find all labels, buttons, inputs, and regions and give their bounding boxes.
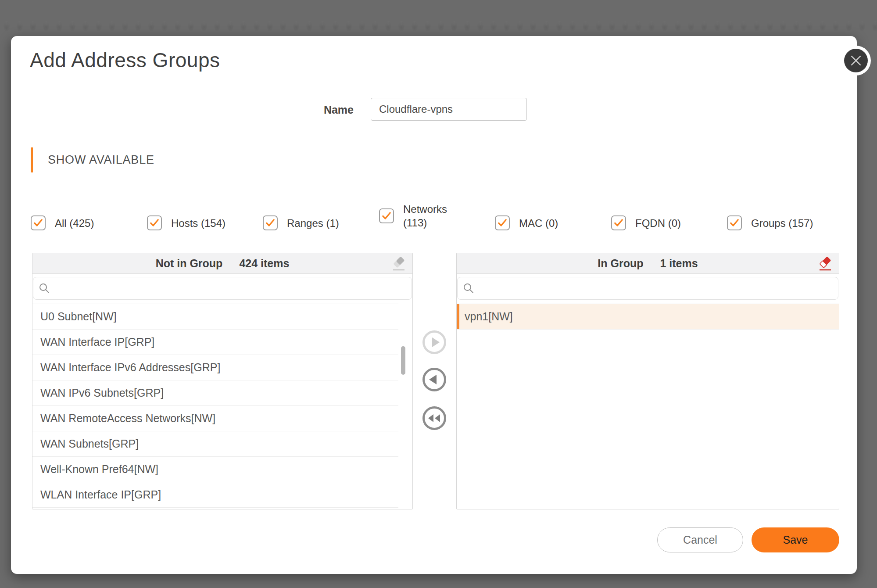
list-item[interactable]: WAN Interface IP[GRP] <box>32 330 398 355</box>
panel-count: 424 items <box>239 257 289 270</box>
checkbox-checked-icon[interactable] <box>379 208 394 223</box>
list-item-label: WAN IPv6 Subnets[GRP] <box>40 387 164 399</box>
filter-label: Hosts (154) <box>171 216 226 230</box>
filter-label: Networks (113) <box>403 202 447 229</box>
check-mark-icon <box>729 217 740 229</box>
arrow-right-circle-icon <box>422 330 447 355</box>
panel-count: 1 items <box>660 257 698 270</box>
save-button[interactable]: Save <box>752 527 839 552</box>
filter-checkbox-item[interactable]: Networks (113) <box>379 201 447 231</box>
page-title: Add Address Groups <box>30 47 220 74</box>
list-item-label: U0 Subnet[NW] <box>40 310 117 323</box>
check-mark-icon <box>265 217 276 229</box>
list-item-label: WAN RemoteAccess Networks[NW] <box>40 412 215 425</box>
list-item-label: Well-Known Pref64[NW] <box>40 463 158 476</box>
move-left-button[interactable] <box>422 367 447 392</box>
in-group-header: In Group 1 items <box>457 253 839 274</box>
close-button[interactable] <box>844 49 868 72</box>
name-input[interactable] <box>371 98 527 121</box>
filter-checkbox-item[interactable]: Groups (157) <box>727 208 813 238</box>
check-mark-icon <box>497 217 508 229</box>
checkbox-checked-icon[interactable] <box>495 215 510 230</box>
list-item[interactable]: WAN IPv6 Subnets[GRP] <box>32 380 398 406</box>
section-label: SHOW AVAILABLE <box>48 153 154 167</box>
filter-checkbox-item[interactable]: MAC (0) <box>495 208 558 238</box>
add-address-groups-dialog: Add Address Groups Name SHOW AVAILABLE <box>11 36 857 574</box>
list-item[interactable]: U0 Subnet[NW] <box>32 304 398 330</box>
list-item[interactable]: WLAN Interface IP[GRP] <box>32 482 398 508</box>
clear-all-button-disabled[interactable] <box>390 255 407 272</box>
search-icon <box>463 283 474 294</box>
list-item[interactable]: WAN RemoteAccess Networks[NW] <box>32 406 398 431</box>
show-available-section: SHOW AVAILABLE <box>31 147 154 172</box>
cancel-button[interactable]: Cancel <box>657 527 743 552</box>
filter-label: FQDN (0) <box>635 216 681 230</box>
blurred-background <box>0 15 877 36</box>
scrollbar-track[interactable] <box>399 304 413 509</box>
checkbox-checked-icon[interactable] <box>263 215 278 230</box>
check-mark-icon <box>613 217 624 229</box>
in-group-panel: In Group 1 items <box>456 253 839 509</box>
checkbox-checked-icon[interactable] <box>611 215 626 230</box>
filter-label: Groups (157) <box>751 216 813 230</box>
search-input[interactable] <box>479 277 833 300</box>
list-item-label: WAN Interface IP[GRP] <box>40 336 154 348</box>
list-item-label: vpn1[NW] <box>465 310 513 323</box>
list-item-label: WAN Interface IPv6 Addresses[GRP] <box>40 361 220 374</box>
modal-overlay: Add Address Groups Name SHOW AVAILABLE <box>0 0 877 588</box>
panel-title: Not in Group <box>156 257 223 270</box>
checkbox-checked-icon[interactable] <box>727 215 742 230</box>
search-box <box>457 277 838 300</box>
check-mark-icon <box>381 210 392 222</box>
panel-title: In Group <box>598 257 643 270</box>
list-item-label: WLAN Interface IP[GRP] <box>40 488 161 501</box>
filter-checkbox-item[interactable]: FQDN (0) <box>611 208 681 238</box>
not-in-group-list: U0 Subnet[NW] WAN Interface IP[GRP] WAN … <box>32 304 398 509</box>
move-all-left-button[interactable] <box>422 406 447 430</box>
close-icon <box>850 55 862 66</box>
search-icon <box>39 283 50 294</box>
list-item[interactable]: vpn1[NW] <box>457 304 839 330</box>
check-mark-icon <box>32 217 44 229</box>
checkbox-checked-icon[interactable] <box>31 215 46 230</box>
filter-label: All (425) <box>55 216 94 230</box>
filter-label: MAC (0) <box>519 216 558 230</box>
filter-checkbox-item[interactable]: All (425) <box>31 208 94 238</box>
section-accent-bar <box>31 147 33 172</box>
eraser-icon-red <box>817 255 833 272</box>
filter-checkbox-item[interactable]: Hosts (154) <box>147 208 226 238</box>
scrollbar-thumb[interactable] <box>401 346 405 375</box>
clear-all-button[interactable] <box>817 255 834 272</box>
list-item-label: WAN Subnets[GRP] <box>40 437 139 450</box>
double-arrow-left-circle-icon <box>422 406 447 430</box>
arrow-left-circle-icon <box>422 367 447 392</box>
list-item[interactable]: WAN Interface IPv6 Addresses[GRP] <box>32 355 398 380</box>
checkbox-checked-icon[interactable] <box>147 215 162 230</box>
list-item[interactable]: WAN Subnets[GRP] <box>32 431 398 457</box>
name-label: Name <box>266 98 354 122</box>
search-box <box>33 277 412 300</box>
filter-label: Ranges (1) <box>287 216 339 230</box>
list-item[interactable]: Well-Known Pref64[NW] <box>32 457 398 482</box>
move-right-button[interactable] <box>422 330 447 355</box>
filter-checkbox-item[interactable]: Ranges (1) <box>263 208 339 238</box>
not-in-group-panel: Not in Group 424 items <box>32 253 413 509</box>
not-in-group-header: Not in Group 424 items <box>32 253 412 274</box>
search-input[interactable] <box>54 277 406 300</box>
in-group-list: vpn1[NW] <box>457 304 839 509</box>
eraser-icon <box>391 255 407 272</box>
check-mark-icon <box>149 217 160 229</box>
